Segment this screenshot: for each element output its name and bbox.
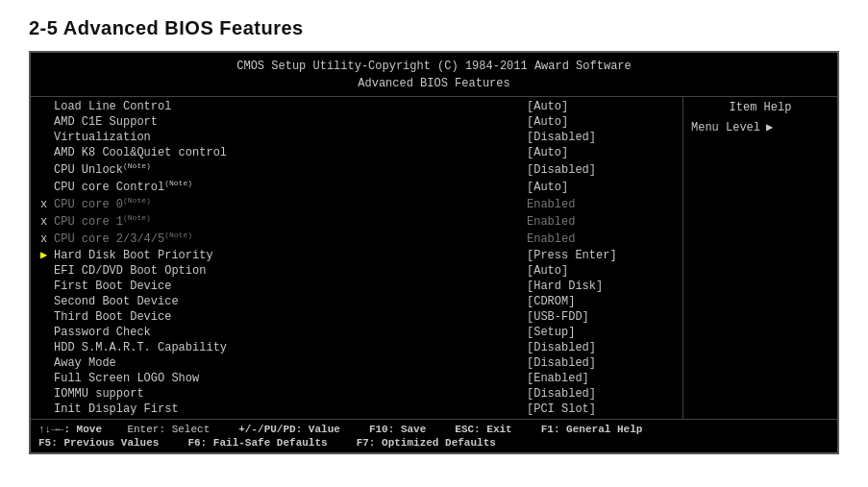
row-label: CPU core 0(Note) <box>54 196 523 211</box>
bios-body: Load Line Control[Auto]AMD C1E Support[A… <box>31 97 837 419</box>
bios-row: xCPU core 0(Note)Enabled <box>31 195 682 212</box>
footer-move: ↑↓→←: Move Enter: Select <box>38 424 210 435</box>
page-title: 2-5 Advanced BIOS Features <box>29 17 839 39</box>
row-value: [Disabled] <box>523 131 677 144</box>
row-value: [USB-FDD] <box>523 310 677 324</box>
row-value: [Hard Disk] <box>523 280 677 293</box>
bios-row: xCPU core 1(Note)Enabled <box>31 212 682 230</box>
bios-row: Load Line Control[Auto] <box>31 99 682 114</box>
bios-footer: ↑↓→←: Move Enter: Select +/-/PU/PD: Valu… <box>31 419 837 452</box>
bios-header: CMOS Setup Utility-Copyright (C) 1984-20… <box>31 53 837 97</box>
row-value: [Auto] <box>523 115 677 129</box>
row-value: Enabled <box>523 215 677 229</box>
bios-row: ▶Hard Disk Boot Priority[Press Enter] <box>31 247 682 263</box>
row-label: Password Check <box>54 326 523 339</box>
row-value: [Enabled] <box>523 372 677 385</box>
row-value: [Disabled] <box>523 163 677 177</box>
row-label: Third Boot Device <box>54 310 523 324</box>
row-value: Enabled <box>523 198 677 211</box>
footer-help: F1: General Help <box>541 424 643 435</box>
row-value: [Auto] <box>523 181 677 194</box>
row-label: CPU Unlock(Note) <box>54 161 523 177</box>
sidebar-title: Item Help <box>691 101 830 114</box>
row-prefix: x <box>40 198 54 211</box>
row-value: [Auto] <box>523 100 677 113</box>
footer-failsafe: F6: Fail-Safe Defaults <box>187 437 327 449</box>
row-prefix: ▶ <box>40 248 54 262</box>
row-value: [Auto] <box>523 264 677 278</box>
bios-main: Load Line Control[Auto]AMD C1E Support[A… <box>31 97 683 419</box>
row-value: [Disabled] <box>523 387 677 401</box>
bios-header-line1: CMOS Setup Utility-Copyright (C) 1984-20… <box>31 58 837 75</box>
row-label: IOMMU support <box>54 387 523 401</box>
footer-save: F10: Save <box>369 424 426 435</box>
bios-row: Second Boot Device[CDROM] <box>31 294 682 309</box>
row-value: [Auto] <box>523 146 677 159</box>
menu-level-arrow: ▶ <box>766 120 773 134</box>
footer-row1: ↑↓→←: Move Enter: Select +/-/PU/PD: Valu… <box>38 424 830 435</box>
bios-row: Password Check[Setup] <box>31 325 682 340</box>
footer-prev: F5: Previous Values <box>38 437 159 449</box>
menu-level-label: Menu Level <box>691 121 760 134</box>
bios-row: HDD S.M.A.R.T. Capability[Disabled] <box>31 340 682 355</box>
row-label: CPU core Control(Note) <box>54 179 523 194</box>
bios-row: AMD C1E Support[Auto] <box>31 114 682 130</box>
bios-row: Full Screen LOGO Show[Enabled] <box>31 371 682 386</box>
bios-row: Virtualization[Disabled] <box>31 130 682 145</box>
row-label: First Boot Device <box>54 280 523 293</box>
footer-optimized: F7: Optimized Defaults <box>357 437 496 449</box>
row-value: Enabled <box>523 232 677 246</box>
sidebar-menu-level: Menu Level ▶ <box>691 120 830 134</box>
row-label: Load Line Control <box>54 100 523 113</box>
bios-row: Third Boot Device[USB-FDD] <box>31 309 682 325</box>
row-label: AMD C1E Support <box>54 115 523 129</box>
row-prefix: x <box>40 232 54 246</box>
row-value: [Press Enter] <box>523 249 677 262</box>
row-label: CPU core 2/3/4/5(Note) <box>54 231 523 246</box>
bios-row: First Boot Device[Hard Disk] <box>31 279 682 294</box>
bios-row: IOMMU support[Disabled] <box>31 386 682 402</box>
row-value: [Disabled] <box>523 341 677 354</box>
footer-row2: F5: Previous Values F6: Fail-Safe Defaul… <box>38 437 830 449</box>
row-label: Away Mode <box>54 356 523 370</box>
row-value: [PCI Slot] <box>523 402 677 416</box>
row-label: EFI CD/DVD Boot Option <box>54 264 523 278</box>
row-value: [Disabled] <box>523 356 677 370</box>
bios-row: Away Mode[Disabled] <box>31 355 682 371</box>
bios-row: CPU core Control(Note)[Auto] <box>31 178 682 195</box>
footer-value: +/-/PU/PD: Value <box>238 424 340 435</box>
row-label: Second Boot Device <box>54 295 523 308</box>
page-container: 2-5 Advanced BIOS Features CMOS Setup Ut… <box>0 0 868 487</box>
bios-sidebar: Item Help Menu Level ▶ <box>683 97 837 419</box>
bios-row: AMD K8 Cool&Quiet control[Auto] <box>31 145 682 160</box>
row-prefix: x <box>40 215 54 229</box>
bios-window: CMOS Setup Utility-Copyright (C) 1984-20… <box>29 51 839 454</box>
bios-row: Init Display First[PCI Slot] <box>31 402 682 417</box>
row-label: AMD K8 Cool&Quiet control <box>54 146 523 159</box>
bios-header-line2: Advanced BIOS Features <box>31 75 837 92</box>
row-label: Hard Disk Boot Priority <box>54 249 523 262</box>
footer-exit: ESC: Exit <box>455 424 511 435</box>
row-label: Virtualization <box>54 131 523 144</box>
row-value: [CDROM] <box>523 295 677 308</box>
bios-row: CPU Unlock(Note)[Disabled] <box>31 160 682 178</box>
row-label: HDD S.M.A.R.T. Capability <box>54 341 523 354</box>
bios-row: EFI CD/DVD Boot Option[Auto] <box>31 263 682 279</box>
bios-row: xCPU core 2/3/4/5(Note)Enabled <box>31 230 682 247</box>
row-label: CPU core 1(Note) <box>54 213 523 229</box>
row-label: Init Display First <box>54 402 523 416</box>
row-label: Full Screen LOGO Show <box>54 372 523 385</box>
row-value: [Setup] <box>523 326 677 339</box>
